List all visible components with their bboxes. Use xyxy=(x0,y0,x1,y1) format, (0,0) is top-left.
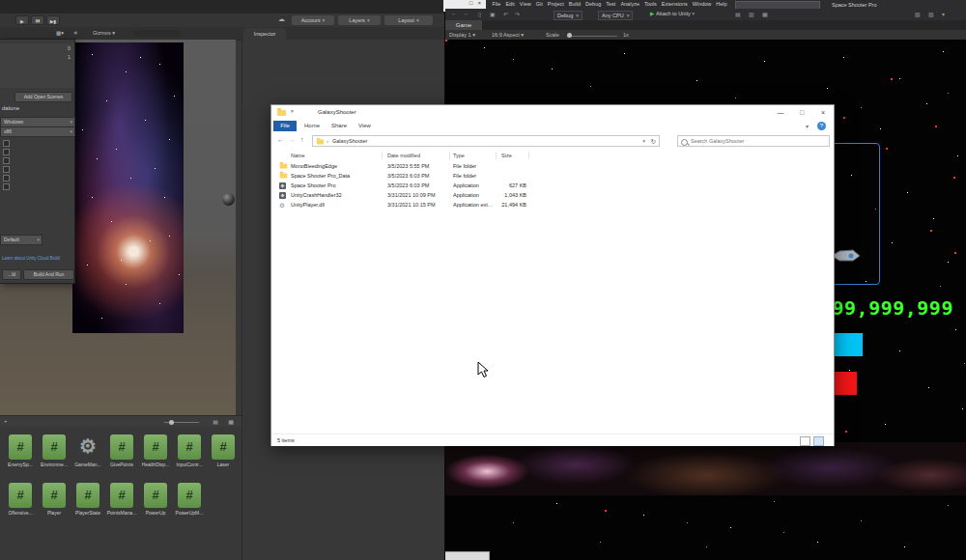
file-row[interactable]: UnityCrashHandler32 3/31/2021 10:09 PM A… xyxy=(271,190,834,200)
lighting-toggle-icon[interactable]: ☀ xyxy=(73,30,78,36)
column-name[interactable]: Name xyxy=(291,153,305,158)
tab-home[interactable]: Home xyxy=(304,123,320,128)
build-option-checkbox[interactable] xyxy=(3,157,10,164)
column-type[interactable]: Type xyxy=(453,153,465,158)
build-option-checkbox[interactable] xyxy=(3,166,10,173)
add-open-scenes-button[interactable]: Add Open Scenes xyxy=(14,92,72,102)
asset-item[interactable]: EnemySp... xyxy=(4,434,37,467)
address-dropdown-icon[interactable]: ▾ xyxy=(642,138,645,144)
asset-item[interactable]: PointsMana... xyxy=(105,483,138,516)
scene-search-input[interactable] xyxy=(133,30,180,37)
column-size[interactable]: Size xyxy=(501,153,512,158)
toolbar-icon[interactable]: ▧ xyxy=(915,11,921,17)
menu-help[interactable]: Help xyxy=(714,1,729,7)
layout-dropdown[interactable]: Layout▾ xyxy=(384,15,433,25)
tab-share[interactable]: Share xyxy=(331,123,347,128)
menu-edit[interactable]: Edit xyxy=(503,1,517,7)
asset-item[interactable]: Environme... xyxy=(38,434,71,467)
close-icon[interactable]: × xyxy=(477,0,481,6)
maximize-button[interactable]: □ xyxy=(791,105,812,120)
help-icon[interactable]: ? xyxy=(817,122,826,130)
compression-dropdown[interactable]: Default▾ xyxy=(0,235,43,245)
asset-item[interactable]: PowerUp xyxy=(139,483,172,516)
file-row[interactable]: Space Shooter Pro 3/5/2023 6:03 PM Appli… xyxy=(271,181,834,190)
menu-build[interactable]: Build xyxy=(566,1,582,7)
solution-platform-dropdown[interactable]: Any CPU▾ xyxy=(598,11,633,20)
collapse-ribbon-icon[interactable]: ▾ xyxy=(806,123,809,129)
toolbar-icon[interactable]: ▦ xyxy=(762,11,768,17)
details-view-toggle-icon[interactable] xyxy=(813,436,824,446)
tab-file[interactable]: File xyxy=(273,121,297,131)
grid-view-icon[interactable]: ▦ xyxy=(228,418,234,425)
menu-tools[interactable]: Tools xyxy=(641,1,659,7)
search-box[interactable] xyxy=(677,135,830,147)
menu-test[interactable]: Test xyxy=(604,1,618,7)
build-and-run-button[interactable]: Build And Run xyxy=(23,269,74,280)
toolbar-icon[interactable]: ▥ xyxy=(749,11,754,17)
breadcrumb-path[interactable]: GalaxyShooter xyxy=(332,138,367,144)
sphere-object[interactable] xyxy=(222,193,235,206)
menu-view[interactable]: View xyxy=(517,1,533,7)
new-file-icon[interactable]: ▯ xyxy=(478,11,481,17)
column-separator[interactable] xyxy=(382,152,383,159)
build-option-checkbox[interactable] xyxy=(3,175,10,182)
column-separator[interactable] xyxy=(528,152,529,159)
menu-window[interactable]: Window xyxy=(690,1,714,7)
menu-git[interactable]: Git xyxy=(533,1,545,7)
asset-item[interactable]: PowerUpM... xyxy=(173,483,206,516)
toolbar-icon[interactable]: ▤ xyxy=(735,11,741,17)
quick-access-chevron-icon[interactable]: ▾ xyxy=(291,108,294,114)
asset-item[interactable]: GameMan... xyxy=(71,434,104,467)
menu-extensions[interactable]: Extensions xyxy=(659,1,690,7)
collab-cloud-icon[interactable]: ☁ xyxy=(278,15,285,23)
display-dropdown[interactable]: Display 1 ▾ xyxy=(449,32,475,38)
toolbar-icon[interactable]: ▨ xyxy=(928,11,934,17)
menu-analyze[interactable]: Analyze xyxy=(618,1,642,7)
asset-item[interactable]: Offensive... xyxy=(4,483,37,516)
asset-item[interactable]: PlayerState xyxy=(71,483,104,516)
tab-view[interactable]: View xyxy=(358,123,371,128)
layers-dropdown[interactable]: Layers▾ xyxy=(338,15,381,25)
asset-item[interactable]: Player xyxy=(38,483,71,516)
forward-icon[interactable]: → xyxy=(463,11,469,16)
play-button[interactable]: ▶ xyxy=(15,15,29,25)
thumbnail-slider-knob[interactable] xyxy=(169,420,174,425)
scale-slider[interactable] xyxy=(567,36,617,37)
step-button[interactable]: ▶▮ xyxy=(46,15,60,25)
create-asset-icon[interactable]: + xyxy=(4,418,8,424)
file-row[interactable]: Space Shooter Pro_Data 3/5/2023 6:03 PM … xyxy=(271,171,834,181)
undo-icon[interactable]: ↶ xyxy=(503,11,508,17)
minimize-button[interactable]: — xyxy=(770,105,791,120)
attach-to-unity-button[interactable]: ▶ Attach to Unity ▾ xyxy=(650,11,695,16)
scenes-in-build-list[interactable]: 0 1 xyxy=(0,43,74,88)
architecture-dropdown[interactable]: x86▾ xyxy=(0,126,75,137)
asset-item[interactable]: Laser xyxy=(207,434,240,467)
menu-file[interactable]: File xyxy=(490,1,503,7)
redo-icon[interactable]: ↷ xyxy=(515,11,520,17)
list-view-toggle-icon[interactable] xyxy=(800,436,810,446)
menu-debug[interactable]: Debug xyxy=(583,1,604,7)
gizmos-dropdown[interactable]: Gizmos ▾ xyxy=(93,30,115,36)
build-button[interactable]: ...ld xyxy=(2,269,21,280)
build-option-checkbox[interactable] xyxy=(3,183,10,190)
asset-item[interactable]: HealthDisp... xyxy=(139,434,172,467)
file-row[interactable]: ⚙ UnityPlayer.dll 3/31/2021 10:15 PM App… xyxy=(271,200,834,210)
scale-slider-knob[interactable] xyxy=(567,33,572,38)
column-separator[interactable] xyxy=(449,152,450,159)
tab-game[interactable]: Game xyxy=(445,20,482,30)
list-view-icon[interactable]: ▤ xyxy=(213,418,218,425)
account-dropdown[interactable]: Account▾ xyxy=(292,15,334,25)
explorer-titlebar[interactable]: ▾ GalaxyShooter — □ × xyxy=(271,105,834,120)
close-button[interactable]: × xyxy=(812,105,834,120)
back-icon[interactable]: ← xyxy=(451,11,457,16)
up-icon[interactable]: ↑ xyxy=(300,136,304,143)
toolbar-icon[interactable]: ▾ xyxy=(942,11,945,17)
back-icon[interactable]: ← xyxy=(277,136,284,143)
shading-mode-icon[interactable]: ▦▾ xyxy=(56,30,64,36)
tab-inspector[interactable]: Inspector xyxy=(243,28,286,40)
pause-button[interactable]: ▮▮ xyxy=(31,15,44,25)
maximize-icon[interactable]: □ xyxy=(469,0,473,6)
asset-item[interactable]: GivePoints xyxy=(105,434,138,467)
solution-config-dropdown[interactable]: Debug▾ xyxy=(554,11,582,20)
aspect-dropdown[interactable]: 16:9 Aspect ▾ xyxy=(492,32,524,38)
